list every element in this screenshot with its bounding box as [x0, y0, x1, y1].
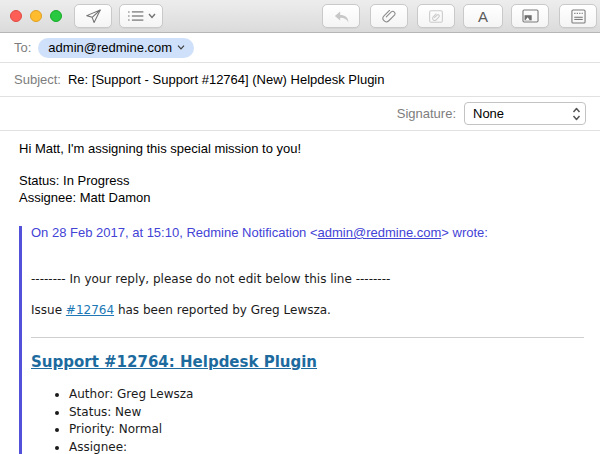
- attribution-suffix: > wrote:: [441, 225, 488, 240]
- close-window-button[interactable]: [10, 10, 22, 22]
- to-label: To:: [14, 40, 31, 55]
- photo-browser-icon: [521, 8, 540, 24]
- stepper-chevrons-icon: [572, 106, 581, 122]
- subject-field-row[interactable]: Subject: Re: [Support - Support #12764] …: [0, 63, 600, 97]
- issue-title-heading: Support #12764: Helpdesk Plugin: [31, 353, 584, 372]
- signature-label: Signature:: [397, 106, 456, 121]
- subject-label: Subject:: [14, 72, 61, 87]
- issue-prefix: Issue: [31, 303, 66, 317]
- list-item: Status: New: [69, 405, 584, 420]
- send-icon: [84, 7, 103, 25]
- message-body-editor[interactable]: Hi Matt, I'm assigning this special miss…: [0, 131, 600, 454]
- list-item: Assignee:: [69, 440, 584, 454]
- send-button[interactable]: [74, 4, 112, 28]
- signature-field-row: Signature: None: [0, 97, 600, 131]
- subject-input[interactable]: Re: [Support - Support #12764] (New) Hel…: [68, 72, 385, 87]
- issue-detail-list: Author: Greg Lewsza Status: New Priority…: [31, 387, 584, 454]
- photo-browser-button[interactable]: [511, 4, 549, 28]
- greeting-text: Hi Matt, I'm assigning this special miss…: [19, 141, 584, 157]
- zoom-window-button[interactable]: [50, 10, 62, 22]
- format-text-button[interactable]: A: [463, 4, 503, 28]
- chevron-down-icon: [148, 13, 156, 19]
- redmine-notification-content: -------- In your reply, please do not ed…: [31, 272, 584, 454]
- stationery-button[interactable]: [559, 4, 597, 28]
- to-field-row[interactable]: To: admin@redmine.com: [0, 33, 600, 63]
- list-item: Priority: Normal: [69, 422, 584, 437]
- do-not-edit-divider: -------- In your reply, please do not ed…: [31, 272, 584, 287]
- recipient-token[interactable]: admin@redmine.com: [38, 38, 194, 58]
- paperclip-icon: [381, 8, 398, 25]
- minimize-window-button[interactable]: [30, 10, 42, 22]
- status-text: Status: In Progress: [19, 173, 584, 190]
- issue-number-link[interactable]: #12764: [66, 303, 114, 317]
- divider: [31, 337, 584, 338]
- signature-select[interactable]: None: [464, 102, 586, 125]
- signature-selected-value: None: [473, 106, 504, 121]
- recipient-address: admin@redmine.com: [48, 40, 172, 55]
- issue-title-link[interactable]: Support #12764: Helpdesk Plugin: [31, 353, 317, 371]
- message-list-dropdown-button[interactable]: [119, 4, 163, 28]
- attach-document-icon: [427, 8, 445, 25]
- issue-suffix: has been reported by Greg Lewsza.: [114, 303, 331, 317]
- reply-arrow-button: [322, 4, 360, 28]
- stationery-icon: [570, 8, 587, 25]
- issue-reported-line: Issue #12764 has been reported by Greg L…: [31, 303, 584, 318]
- reply-arrow-icon: [332, 9, 350, 24]
- format-text-icon: A: [478, 8, 488, 25]
- sender-email-link[interactable]: admin@redmine.com: [318, 225, 442, 240]
- assignee-text: Assignee: Matt Damon: [19, 190, 584, 207]
- window-controls: [10, 10, 62, 22]
- chevron-down-icon: [177, 45, 185, 50]
- list-item: Author: Greg Lewsza: [69, 387, 584, 402]
- attach-file-button[interactable]: [370, 4, 408, 28]
- mail-compose-window: A To: admin@redmine.com: [0, 0, 600, 454]
- toolbar: A: [0, 0, 600, 33]
- quote-attribution: On 28 Feb 2017, at 15:10, Redmine Notifi…: [31, 226, 584, 240]
- message-list-icon: [127, 9, 145, 23]
- quoted-message: On 28 Feb 2017, at 15:10, Redmine Notifi…: [19, 226, 584, 454]
- attribution-prefix: On 28 Feb 2017, at 15:10, Redmine Notifi…: [31, 225, 318, 240]
- attach-document-button: [417, 4, 455, 28]
